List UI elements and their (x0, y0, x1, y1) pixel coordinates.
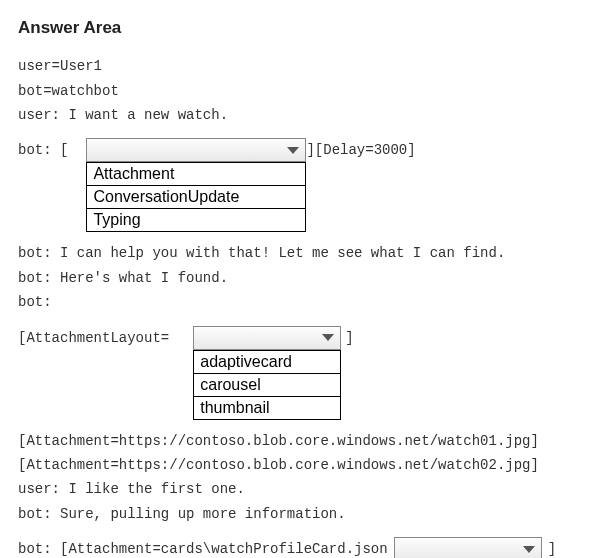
page-title: Answer Area (18, 14, 584, 41)
code-line: [Attachment=https://contoso.blob.core.wi… (18, 430, 584, 452)
option-adaptivecard[interactable]: adaptivecard (194, 351, 340, 374)
chevron-down-icon (322, 334, 334, 341)
code-line: bot: Sure, pulling up more information. (18, 503, 584, 525)
code-suffix: ] (548, 537, 556, 558)
attachment-layout-dropdown[interactable] (193, 326, 341, 350)
code-prefix: [AttachmentLayout= (18, 326, 169, 350)
option-typing[interactable]: Typing (87, 209, 305, 231)
code-line: bot: I can help you with that! Let me se… (18, 242, 584, 264)
code-line: user: I want a new watch. (18, 104, 584, 126)
code-line: [Attachment=https://contoso.blob.core.wi… (18, 454, 584, 476)
code-line: user: I like the first one. (18, 478, 584, 500)
chevron-down-icon (523, 546, 535, 553)
option-thumbnail[interactable]: thumbnail (194, 397, 340, 419)
card-type-dropdown[interactable] (394, 537, 542, 558)
option-conversationupdate[interactable]: ConversationUpdate (87, 186, 305, 209)
activity-type-options: Attachment ConversationUpdate Typing (86, 162, 306, 232)
code-line: bot: (18, 291, 584, 313)
attachment-layout-options: adaptivecard carousel thumbnail (193, 350, 341, 420)
code-line: bot: Here's what I found. (18, 267, 584, 289)
code-suffix: ][Delay=3000] (306, 138, 415, 162)
option-carousel[interactable]: carousel (194, 374, 340, 397)
code-suffix: ] (345, 326, 353, 350)
activity-type-dropdown[interactable] (86, 138, 306, 162)
code-line: user=User1 (18, 55, 584, 77)
code-prefix: bot: [ (18, 138, 68, 162)
chevron-down-icon (287, 147, 299, 154)
code-prefix: bot: [Attachment=cards\watchProfileCard.… (18, 537, 388, 558)
option-attachment[interactable]: Attachment (87, 163, 305, 186)
code-line: bot=watchbot (18, 80, 584, 102)
